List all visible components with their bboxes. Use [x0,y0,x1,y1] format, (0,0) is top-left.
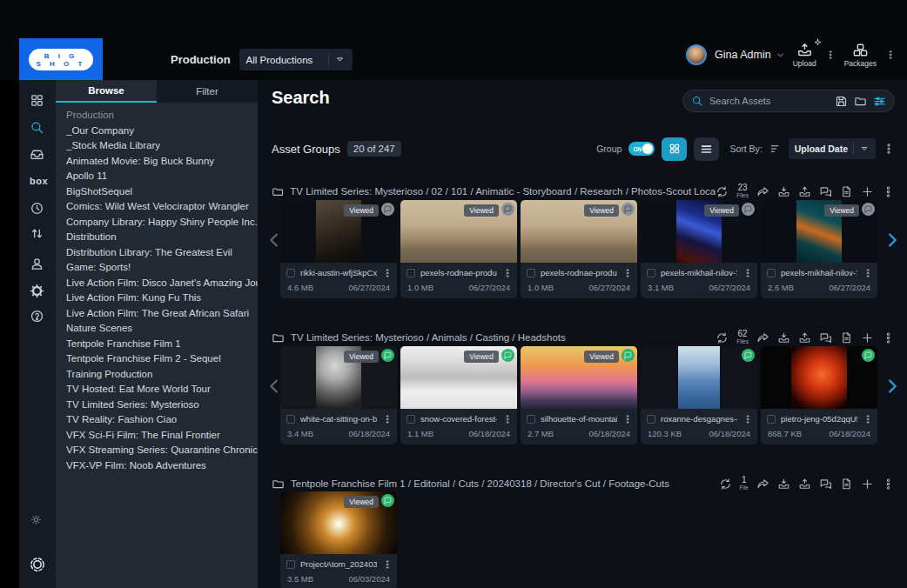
comments-icon[interactable] [501,349,514,362]
asset-card[interactable]: Viewed pexels-mikhail-nilov-76720 3.1 MB… [641,200,757,298]
kebab-menu-icon[interactable] [502,414,513,424]
download-icon[interactable] [777,185,790,198]
user-menu[interactable]: Gina Admin [715,49,785,61]
group-path[interactable]: TV Limited Series: Mysterioso / 02 / 101… [290,186,716,197]
sort-dropdown[interactable]: Upload Date [789,138,876,159]
select-checkbox[interactable] [647,269,655,277]
kebab-menu-icon[interactable] [863,268,873,278]
share-icon[interactable] [756,185,769,198]
box-icon[interactable]: box [30,176,48,186]
intercom-icon[interactable] [29,556,46,573]
production-item[interactable]: Distribution Library: The Greatest Evil [66,245,258,261]
add-icon[interactable] [861,185,874,198]
production-item[interactable]: Animated Movie: Big Buck Bunny [66,154,258,170]
comments-icon[interactable] [742,349,755,362]
download-icon[interactable] [777,331,790,344]
add-icon[interactable] [861,331,874,344]
sort-direction-icon[interactable] [769,143,782,155]
production-item[interactable]: VFX Streaming Series: Quarantine Chronic… [66,443,258,458]
grid-view-button[interactable] [662,137,687,161]
share-icon[interactable] [756,478,769,491]
comments-icon[interactable] [862,203,875,216]
refresh-icon[interactable] [719,478,732,491]
add-icon[interactable] [861,478,874,491]
comments-icon[interactable] [501,203,514,216]
kebab-menu-icon[interactable] [742,414,753,424]
production-item[interactable]: Apollo 11 [66,169,258,184]
comments-icon[interactable] [621,203,635,216]
production-item[interactable]: Live Action Film: Kung Fu This [66,291,258,306]
asset-card[interactable]: Viewed pexels-rodnae-productions- 1.0 MB… [521,200,637,298]
filter-sliders-icon[interactable] [873,95,886,108]
report-icon[interactable] [840,185,853,198]
kebab-menu-icon[interactable] [622,414,633,424]
search-icon[interactable] [30,120,44,135]
sort-kebab-icon[interactable] [883,143,895,155]
asset-card[interactable]: Viewed white-cat-sitting-on-bed-23 3.4 M… [280,346,397,444]
share-icon[interactable] [756,331,769,344]
save-search-icon[interactable] [835,95,848,108]
select-checkbox[interactable] [406,269,415,277]
asset-card[interactable]: Viewed ProjectAtom_20240318_di 3.5 MB06/… [280,491,397,588]
comments-icon[interactable] [381,203,394,216]
user-icon[interactable] [30,257,44,271]
select-checkbox[interactable] [527,415,535,424]
select-checkbox[interactable] [647,415,655,424]
production-item[interactable]: VFX Sci-Fi Film: The Final Frontier [66,428,258,444]
production-item[interactable]: _Our Company [66,124,258,139]
comments-icon[interactable] [381,494,394,507]
production-item[interactable]: Nature Scenes [66,321,258,337]
tab-filter[interactable]: Filter [157,80,258,103]
packages-kebab-icon[interactable] [884,49,897,61]
list-view-button[interactable] [694,137,719,161]
select-checkbox[interactable] [286,269,295,277]
production-item[interactable]: TV Reality: Fashion Ciao [66,412,258,428]
select-checkbox[interactable] [767,269,776,277]
production-dropdown[interactable]: All Productions [239,49,353,70]
asset-card[interactable]: Viewed pexels-rodnae-productions- 1.0 MB… [400,200,517,298]
comments-icon[interactable] [621,349,635,362]
asset-card[interactable]: pietro-jeng-05d2qqU5soQ- 868.7 KB06/18/2… [761,346,877,444]
scroll-right-button[interactable] [883,377,902,396]
history-clock-icon[interactable] [30,201,44,216]
refresh-icon[interactable] [716,331,729,344]
bigshot-logo[interactable]: B I G S H O T [19,38,103,80]
select-checkbox[interactable] [286,560,295,569]
upload-kebab-icon[interactable] [824,49,836,61]
production-item[interactable]: Game: Sports! [66,260,258,276]
production-item[interactable]: TV Hosted: Eat More World Tour [66,382,258,398]
kebab-menu-icon[interactable] [882,331,895,344]
comments-icon[interactable] [819,478,832,491]
production-item[interactable]: Company Library: Happy Shiny People Inc. [66,215,258,231]
kebab-menu-icon[interactable] [502,268,513,278]
comments-icon[interactable] [381,349,394,362]
settings-gear-icon[interactable] [30,284,44,298]
kebab-menu-icon[interactable] [882,185,895,198]
refresh-icon[interactable] [716,185,729,198]
upload-icon[interactable] [798,185,811,198]
production-item[interactable]: Comics: Wild West Velociraptor Wrangler [66,199,258,215]
kebab-menu-icon[interactable] [382,268,393,278]
production-item[interactable]: Distribution [66,230,258,245]
tab-browse[interactable]: Browse [56,80,157,103]
select-checkbox[interactable] [286,415,295,424]
asset-card[interactable]: Viewed pexels-mikhail-nilov-76719 2.6 MB… [761,200,877,298]
production-item[interactable]: _Stock Media Library [66,138,258,154]
upload-button[interactable]: Upload [793,42,816,68]
comments-icon[interactable] [819,185,832,198]
user-avatar[interactable] [686,44,707,65]
production-item[interactable]: TV Limited Series: Mysterioso [66,398,258,413]
scroll-left-button[interactable] [265,377,284,396]
kebab-menu-icon[interactable] [863,414,873,424]
production-item[interactable]: BigShotSequel [66,184,258,200]
asset-card[interactable]: Viewed rikki-austin-wfjSkpCxJRo-u 4.6 MB… [280,200,397,298]
production-item[interactable]: Tentpole Franchise Film 2 - Sequel [66,351,258,367]
production-item[interactable]: Live Action Film: The Great African Safa… [66,306,258,322]
production-item[interactable]: Tentpole Franchise Film 1 [66,337,258,352]
scroll-right-button[interactable] [883,231,902,250]
production-item[interactable]: VFX-VP Film: Noob Adventures [66,458,258,474]
kebab-menu-icon[interactable] [622,268,633,278]
select-checkbox[interactable] [406,415,415,424]
select-checkbox[interactable] [527,269,535,277]
kebab-menu-icon[interactable] [882,478,895,491]
